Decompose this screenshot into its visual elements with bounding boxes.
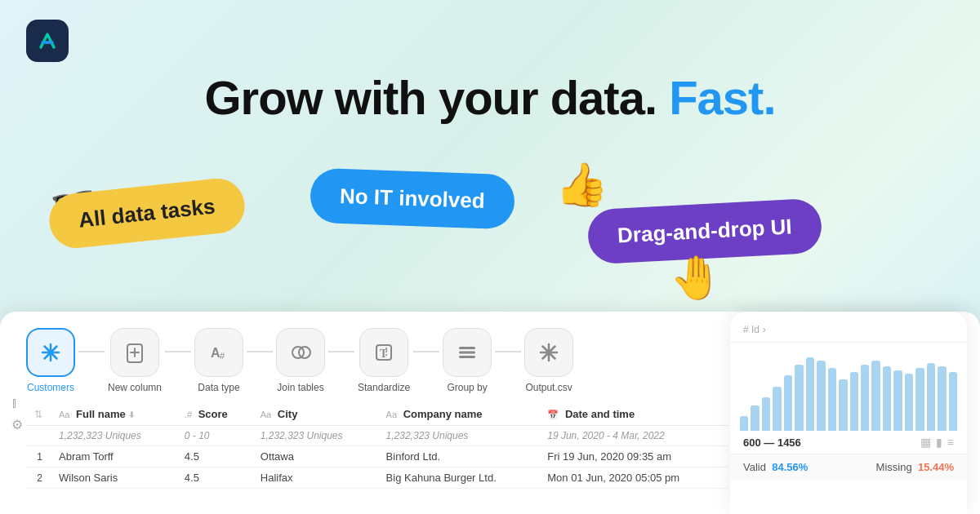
col-score-header[interactable]: .# Score <box>176 403 252 426</box>
chart-bar <box>773 387 781 431</box>
arrow-3 <box>247 351 273 352</box>
meta-datetime: 19 Jun, 2020 - 4 Mar, 2022 <box>539 426 728 446</box>
logo-box <box>26 20 69 62</box>
pipeline: Customers New column A # Data type <box>0 312 702 393</box>
chart-bar <box>795 365 803 431</box>
chart-stats: Valid 84.56% Missing 15.44% <box>730 454 967 480</box>
chart-bar <box>817 361 825 431</box>
column-chart-icon[interactable]: ▮ <box>936 436 942 449</box>
pipeline-icon-output <box>524 328 573 377</box>
valid-pct: 84.56% <box>772 461 808 473</box>
meta-city: 1,232,323 Uniques <box>252 426 378 446</box>
pill-no-it: No IT involved <box>310 168 515 230</box>
cell-score-1: 4.5 <box>176 446 252 467</box>
chart-panel: # Id › 600 — 1456 ▦ ▮ ≡ Valid 84.56% Mis… <box>730 312 967 514</box>
pipeline-step-standardize[interactable]: T Standardize <box>358 328 410 393</box>
chart-bar <box>949 372 957 431</box>
pipeline-step-join-tables[interactable]: Join tables <box>276 328 325 393</box>
chart-bar <box>806 357 814 431</box>
pipeline-icon-standardize: T <box>359 328 408 377</box>
chart-bars <box>730 343 967 431</box>
bar-chart-icon[interactable]: ▦ <box>920 436 931 449</box>
chart-bar <box>938 366 946 431</box>
pipeline-step-output[interactable]: Output.csv <box>524 328 573 393</box>
chart-bar <box>762 397 770 431</box>
cell-datetime-1: Fri 19 Jun, 2020 09:35 am <box>539 446 728 467</box>
table-row: 2 Wilson Saris 4.5 Halifax Big Kahuna Bu… <box>26 467 728 489</box>
col-city-header[interactable]: Aa City <box>252 403 378 426</box>
chart-bar <box>893 370 902 431</box>
arrow-6 <box>495 351 521 352</box>
pipeline-step-data-type[interactable]: A # Data type <box>194 328 243 393</box>
pill-no-it-label: No IT involved <box>340 184 486 214</box>
pipeline-label-output: Output.csv <box>525 382 572 393</box>
pipeline-icon-customers <box>26 328 75 377</box>
pipeline-icon-data-type: A # <box>194 328 243 377</box>
chart-bar <box>927 363 935 431</box>
column-adjust-icon[interactable]: ⫿ <box>11 396 23 410</box>
svg-rect-8 <box>459 347 475 349</box>
meta-fullname: 1,232,323 Uniques <box>51 426 176 446</box>
chart-view-icons: ▦ ▮ ≡ <box>920 436 954 449</box>
chart-bar <box>740 416 748 431</box>
chart-bar <box>883 366 891 431</box>
col-company-label: Company name <box>403 408 483 420</box>
pipeline-label-customers: Customers <box>27 382 74 393</box>
hero-headline: Grow with your data. Fast. <box>0 72 980 124</box>
pipeline-step-group-by[interactable]: Group by <box>443 328 492 393</box>
filter-icon[interactable]: ⚙ <box>11 417 23 432</box>
col-company-header[interactable]: Aa Company name <box>378 403 540 426</box>
pipeline-label-join-tables: Join tables <box>277 382 323 393</box>
arrow-5 <box>413 351 439 352</box>
pipeline-icon-group-by <box>443 328 492 377</box>
pipeline-icon-new-column <box>110 328 159 377</box>
pipeline-step-new-column[interactable]: New column <box>108 328 162 393</box>
arrow-4 <box>328 351 354 352</box>
cell-company-2: Big Kahuna Burger Ltd. <box>378 467 540 489</box>
svg-text:#: # <box>220 351 225 361</box>
list-chart-icon[interactable]: ≡ <box>947 436 954 449</box>
table-controls: ⫿ ⚙ <box>11 396 23 432</box>
svg-rect-9 <box>459 352 475 354</box>
col-score-label: Score <box>198 408 228 420</box>
col-datetime-header[interactable]: 📅 Date and time <box>539 403 728 426</box>
chart-bar <box>871 361 880 431</box>
chart-bar <box>784 375 792 431</box>
cell-datetime-2: Mon 01 Jun, 2020 05:05 pm <box>539 467 728 489</box>
pipeline-label-standardize: Standardize <box>358 382 410 393</box>
svg-point-0 <box>48 350 53 355</box>
meta-row: 1,232,323 Uniques 0 - 10 1,232,323 Uniqu… <box>26 426 728 446</box>
chart-range: 600 — 1456 ▦ ▮ ≡ <box>730 431 967 454</box>
chart-bar <box>751 405 759 431</box>
chart-expand-icon[interactable]: › <box>763 324 766 335</box>
arrow-2 <box>165 351 191 352</box>
chart-bar <box>915 368 924 431</box>
chart-title: # Id <box>743 324 760 335</box>
data-table: ⇅ Aa Full name ⬇ .# Score Aa City <box>26 403 728 489</box>
col-fullname-label: Full name <box>76 408 126 420</box>
table-row: 1 Abram Torff 4.5 Ottawa Binford Ltd. Fr… <box>26 446 728 467</box>
headline-main: Grow with your data. <box>204 71 669 124</box>
chart-bar <box>828 368 836 431</box>
arrow-1 <box>78 351 105 352</box>
chart-bar <box>905 374 913 431</box>
meta-company: 1,232,323 Uniques <box>378 426 540 446</box>
cell-fullname-2: Wilson Saris <box>51 467 176 489</box>
pipeline-icon-join-tables <box>276 328 325 377</box>
col-row-num: ⇅ <box>26 403 51 426</box>
chart-bar <box>861 365 869 431</box>
svg-rect-10 <box>459 356 475 358</box>
chart-header: # Id › <box>730 312 967 343</box>
chart-bar <box>850 372 858 431</box>
missing-pct: 15.44% <box>918 461 954 473</box>
stat-missing: Missing 15.44% <box>876 461 954 473</box>
pipeline-step-customers[interactable]: Customers <box>26 328 75 393</box>
drag-hand-emoji: 🤚 <box>670 253 723 303</box>
col-fullname-header[interactable]: Aa Full name ⬇ <box>51 403 176 426</box>
cell-fullname-1: Abram Torff <box>51 446 176 467</box>
col-city-label: City <box>278 408 298 420</box>
cell-city-2: Halifax <box>252 467 378 489</box>
chart-bar <box>839 379 847 431</box>
cell-company-1: Binford Ltd. <box>378 446 540 467</box>
pipeline-label-group-by: Group by <box>447 382 487 393</box>
